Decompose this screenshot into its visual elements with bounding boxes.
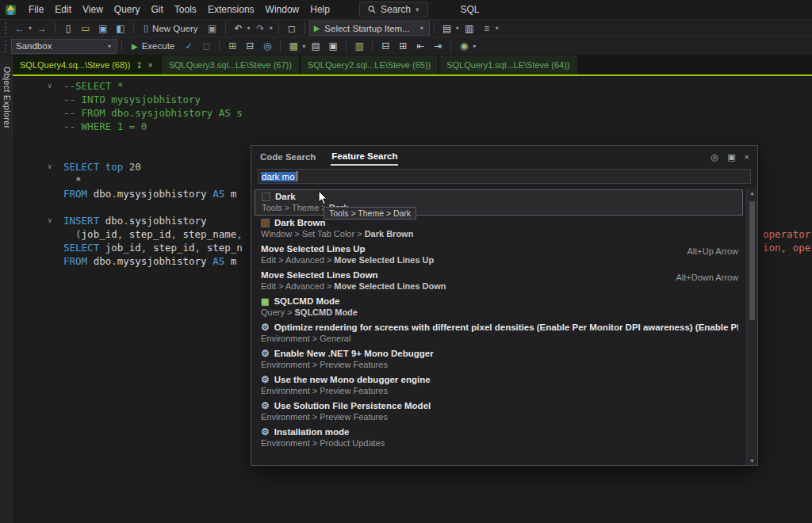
popup-scrollbar[interactable]: ▲ ▼: [746, 189, 757, 465]
search-popup-header: Code Search Feature Search ◎ ▣ ×: [251, 146, 757, 166]
code-line[interactable]: ∨--SELECT *: [13, 79, 812, 93]
startup-item-combo-caret-icon[interactable]: ▾: [420, 25, 423, 32]
results-text-icon[interactable]: ▤: [308, 39, 324, 53]
intellisense-icon[interactable]: ◎: [259, 39, 275, 53]
document-tab[interactable]: SQLQuery3.sql...LE\Steve (67)): [162, 55, 299, 74]
results-grid-caret[interactable]: ▾: [302, 43, 305, 50]
toolbar-options-icon[interactable]: ≡: [479, 21, 495, 36]
startup-item-combo[interactable]: ▶Select Startup Item...▾: [309, 21, 430, 36]
menu-extensions[interactable]: Extensions: [202, 1, 260, 18]
menu-window[interactable]: Window: [260, 1, 305, 18]
save-icon[interactable]: ▣: [95, 21, 111, 36]
code-token: *: [63, 174, 82, 186]
close-icon[interactable]: ×: [745, 152, 749, 162]
search-result-row[interactable]: ▦SQLCMD ModeQuery > SQLCMD Mode: [251, 294, 746, 320]
comment-lines-icon[interactable]: ⊟: [377, 39, 393, 53]
menu-file[interactable]: File: [23, 1, 49, 18]
parse-check-icon[interactable]: ✓: [181, 39, 197, 53]
menu-edit[interactable]: Edit: [49, 1, 77, 18]
sqlcmd-mode-icon[interactable]: ▥: [351, 39, 367, 53]
search-result-row[interactable]: Move Selected Lines UpEdit > Advanced > …: [251, 242, 746, 268]
document-tab[interactable]: SQLQuery1.sql...LE\Steve (64)): [439, 55, 576, 74]
result-path-prefix: Environment > Preview Features: [261, 386, 388, 395]
document-tab[interactable]: SQLQuery4.sq...\Steve (68))↧×: [13, 55, 160, 74]
menu-help[interactable]: Help: [304, 1, 335, 18]
outdent-icon[interactable]: ⇤: [412, 39, 428, 53]
selection-frame-icon[interactable]: ◻: [284, 21, 300, 36]
nav-forward-icon[interactable]: →: [34, 21, 50, 36]
toolbar1-overflow-caret[interactable]: ▾: [496, 25, 499, 32]
search-result-row[interactable]: ⚙Use the new Mono debugger engineEnviron…: [251, 372, 746, 399]
search-result-row[interactable]: Move Selected Lines DownEdit > Advanced …: [251, 268, 746, 294]
result-title: Use Solution File Persistence Model: [274, 401, 431, 410]
result-path: Edit > Advanced > Move Selected Lines Do…: [261, 281, 738, 291]
specify-template-values-icon[interactable]: ◉: [456, 39, 472, 53]
open-file-icon[interactable]: ▭: [78, 21, 94, 36]
save-all-icon[interactable]: ◧: [113, 21, 128, 36]
menu-view[interactable]: View: [77, 1, 109, 18]
pin-icon[interactable]: ↧: [136, 61, 142, 70]
execute-button[interactable]: ▶Execute: [126, 38, 180, 54]
feature-search-input[interactable]: dark mo: [258, 169, 751, 184]
tab-code-search[interactable]: Code Search: [259, 150, 316, 165]
uncomment-lines-icon[interactable]: ⊞: [395, 39, 411, 53]
code-line[interactable]: -- WHERE 1 = 0: [13, 120, 812, 133]
scrollbar-thumb[interactable]: [749, 201, 755, 320]
undo-icon[interactable]: ↶: [231, 21, 247, 36]
estimated-plan-icon[interactable]: ⊞: [224, 39, 240, 53]
result-title: Use the new Mono debugger engine: [274, 375, 431, 384]
toolbar2-overflow-caret[interactable]: ▾: [473, 43, 476, 50]
scroll-down-icon[interactable]: ▼: [747, 458, 757, 464]
database-combo-caret-icon[interactable]: ▾: [108, 43, 111, 50]
scroll-up-icon[interactable]: ▲: [747, 190, 757, 196]
code-token: step_n: [207, 242, 243, 254]
menu-git[interactable]: Git: [146, 1, 169, 18]
toolbar-grip[interactable]: [5, 40, 8, 52]
result-path-prefix: Environment > Preview Features: [261, 412, 388, 422]
fold-chevron-icon[interactable]: ∨: [48, 216, 52, 226]
query-options-icon[interactable]: ⊟: [242, 39, 258, 53]
fold-chevron-icon[interactable]: ∨: [48, 162, 52, 172]
solution-explorer-icon[interactable]: ▤: [439, 21, 455, 36]
results-file-icon[interactable]: ▣: [325, 39, 341, 53]
menu-sql[interactable]: SQL: [455, 1, 485, 18]
result-path: Environment > Preview Features: [261, 386, 738, 395]
solution-explorer-caret[interactable]: ▾: [456, 25, 459, 32]
toolbar-grip[interactable]: [5, 22, 8, 34]
search-result-row[interactable]: ⚙Installation modeEnvironment > Product …: [251, 425, 746, 451]
save-query-icon[interactable]: ▣: [205, 21, 220, 36]
undo-caret[interactable]: ▾: [247, 25, 251, 32]
new-query-doc-icon[interactable]: ▯: [60, 21, 76, 36]
menu-tools[interactable]: Tools: [169, 1, 202, 18]
menubar-search-control[interactable]: Search ▾: [359, 2, 428, 17]
menu-query[interactable]: Query: [109, 1, 146, 18]
indent-icon[interactable]: ⇥: [430, 39, 446, 53]
search-result-row[interactable]: ⚙Optimize rendering for screens with dif…: [251, 320, 746, 346]
code-token: AS: [213, 255, 231, 267]
search-result-row[interactable]: ⚙Enable New .NET 9+ Mono DebuggerEnviron…: [251, 346, 746, 372]
search-result-row[interactable]: ⚙Use Solution File Persistence ModelEnvi…: [251, 399, 746, 425]
nav-back-caret[interactable]: ▾: [29, 25, 32, 32]
nav-back-icon[interactable]: ←: [12, 21, 28, 36]
preview-toggle-icon[interactable]: ◎: [711, 152, 719, 162]
database-combo[interactable]: Sandbox▾: [11, 39, 117, 54]
new-query-button[interactable]: ▯New Query: [138, 21, 204, 36]
tab-feature-search[interactable]: Feature Search: [331, 149, 398, 166]
redo-icon[interactable]: ↷: [253, 21, 269, 36]
fold-chevron-icon[interactable]: ∨: [48, 81, 52, 91]
redo-caret[interactable]: ▾: [270, 25, 273, 32]
code-token: (: [63, 228, 82, 240]
toolbar-separator: [278, 22, 279, 34]
result-shortcut: Alt+Up Arrow: [688, 246, 739, 256]
toolbar-separator: [304, 22, 305, 34]
execute-button-label: Execute: [142, 41, 175, 51]
results-grid-icon[interactable]: ▦: [285, 39, 301, 53]
popout-window-icon[interactable]: ▣: [727, 152, 735, 162]
code-line[interactable]: -- FROM dbo.sysjobhistory AS s: [13, 106, 812, 120]
code-line[interactable]: -- INTO mysysjobhistory: [13, 93, 812, 106]
tab-close-icon[interactable]: ×: [148, 61, 153, 70]
cancel-query-icon[interactable]: ◻: [198, 39, 214, 53]
object-explorer-collapsed-tab[interactable]: Object Explorer: [1, 63, 12, 166]
document-tab[interactable]: SQLQuery2.sql...LE\Steve (65)): [301, 55, 438, 74]
properties-window-icon[interactable]: ▥: [462, 21, 477, 36]
